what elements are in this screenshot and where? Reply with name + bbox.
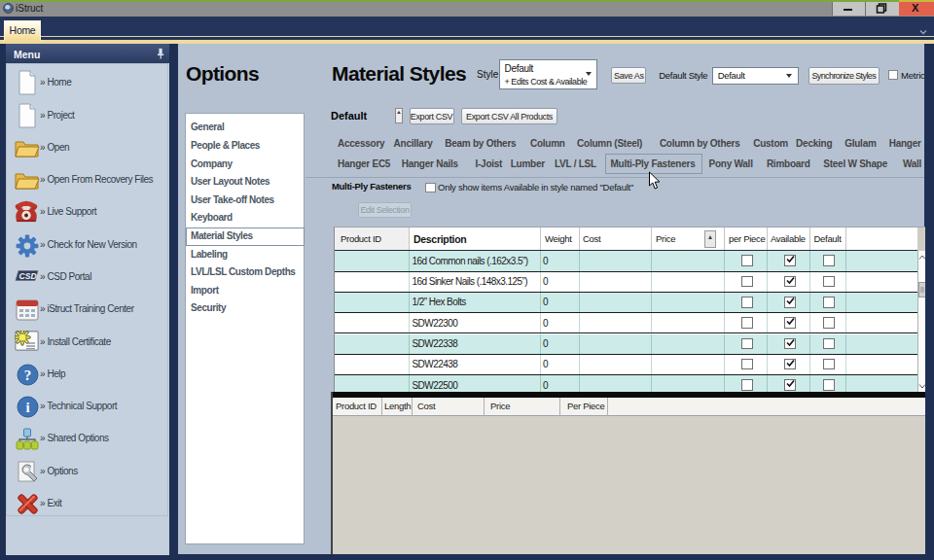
svg-text:CSD: CSD (19, 270, 37, 280)
svg-text:?: ? (24, 368, 32, 383)
svg-text:i: i (25, 400, 29, 415)
